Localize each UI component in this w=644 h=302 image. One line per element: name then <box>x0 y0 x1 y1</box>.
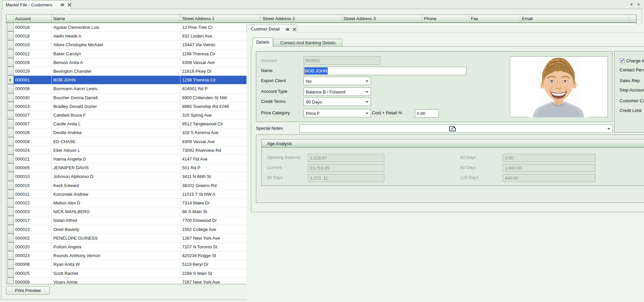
svg-text:A: A <box>451 127 453 131</box>
